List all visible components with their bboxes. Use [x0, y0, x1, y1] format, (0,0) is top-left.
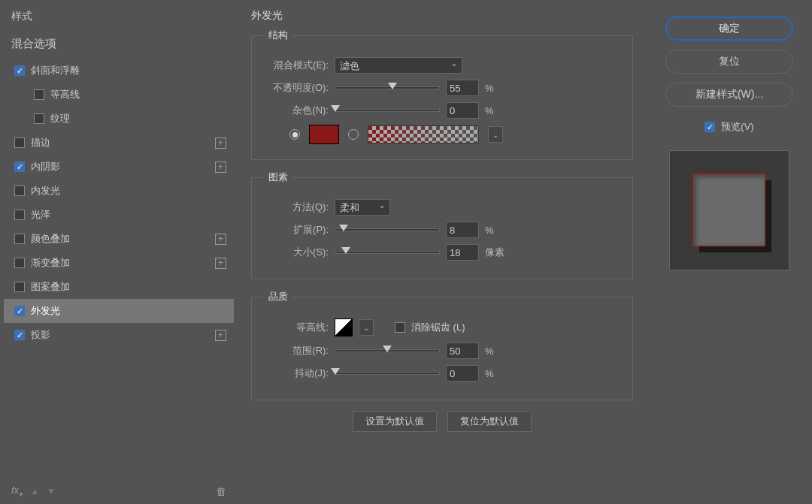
fx-item-3[interactable]: 描边+: [4, 131, 234, 155]
preview-inner: [693, 174, 765, 246]
contour-label: 等高线:: [264, 321, 329, 334]
fx-checkbox[interactable]: [14, 258, 25, 268]
antialias-label: 消除锯齿 (L): [411, 321, 465, 334]
jitter-unit: %: [485, 368, 508, 379]
color-radio[interactable]: [289, 129, 300, 140]
structure-group: 结构 混合模式(E): 滤色 不透明度(O): % 杂色(N): %: [251, 29, 633, 160]
fx-checkbox[interactable]: [14, 306, 25, 316]
add-effect-icon[interactable]: +: [215, 234, 226, 245]
fx-label-text: 斜面和浮雕: [31, 64, 80, 77]
fx-label-text: 投影: [31, 328, 50, 342]
move-up-icon[interactable]: ▲: [30, 486, 39, 496]
fx-label-text: 颜色叠加: [31, 232, 70, 246]
add-effect-icon[interactable]: +: [215, 330, 226, 341]
add-effect-icon[interactable]: +: [215, 258, 226, 269]
noise-label: 杂色(N):: [264, 104, 329, 117]
fx-item-1[interactable]: 等高线: [4, 83, 234, 107]
fx-item-4[interactable]: 内阴影+: [4, 155, 234, 179]
color-swatch[interactable]: [309, 125, 339, 144]
fx-label-text: 描边: [31, 136, 50, 149]
new-style-button[interactable]: 新建样式(W)...: [665, 83, 793, 107]
method-select[interactable]: 柔和: [335, 199, 390, 216]
antialias-checkbox[interactable]: [395, 322, 405, 333]
add-effect-icon[interactable]: +: [215, 137, 226, 149]
fx-item-6[interactable]: 光泽: [4, 203, 234, 227]
fx-menu-icon[interactable]: fx▾: [11, 484, 23, 498]
fx-checkbox[interactable]: [34, 89, 44, 100]
fx-item-2[interactable]: 纹理: [4, 107, 234, 131]
trash-icon[interactable]: 🗑: [216, 485, 226, 497]
fx-checkbox[interactable]: [14, 282, 25, 292]
elements-legend: 图素: [264, 171, 292, 184]
preview-label: 预览(V): [721, 120, 753, 134]
fx-label-text: 外发光: [31, 304, 60, 318]
spread-label: 扩展(P):: [264, 223, 329, 237]
fx-checkbox[interactable]: [14, 65, 25, 76]
fx-checkbox[interactable]: [14, 161, 25, 172]
jitter-label: 抖动(J):: [264, 367, 329, 380]
reset-default-button[interactable]: 复位为默认值: [447, 411, 532, 432]
blend-options[interactable]: 混合选项: [4, 29, 234, 59]
fx-label-text: 渐变叠加: [31, 256, 70, 270]
jitter-input[interactable]: [446, 365, 479, 382]
fx-checkbox[interactable]: [14, 186, 25, 196]
fx-item-7[interactable]: 颜色叠加+: [4, 227, 234, 251]
fx-label-text: 光泽: [31, 208, 50, 222]
set-default-button[interactable]: 设置为默认值: [353, 411, 437, 432]
blend-mode-select[interactable]: 滤色: [335, 57, 462, 74]
fx-item-5[interactable]: 内发光: [4, 179, 234, 203]
preview-checkbox[interactable]: [704, 122, 715, 132]
gradient-picker[interactable]: [368, 125, 479, 143]
spread-input[interactable]: [446, 222, 479, 238]
size-unit: 像素: [485, 246, 508, 259]
noise-unit: %: [485, 105, 508, 116]
fx-checkbox[interactable]: [14, 210, 25, 220]
quality-legend: 品质: [264, 290, 292, 303]
quality-group: 品质 等高线: ⌄ 消除锯齿 (L) 范围(R): % 抖动(J): %: [251, 290, 633, 400]
range-input[interactable]: [446, 343, 479, 359]
move-down-icon[interactable]: ▼: [47, 486, 56, 496]
noise-input[interactable]: [446, 102, 479, 119]
effect-title: 外发光: [251, 9, 633, 23]
structure-legend: 结构: [264, 29, 292, 42]
range-slider[interactable]: [335, 349, 440, 352]
opacity-input[interactable]: [446, 80, 479, 96]
contour-dropdown-icon[interactable]: ⌄: [359, 319, 374, 336]
fx-item-0[interactable]: 斜面和浮雕: [4, 59, 234, 83]
blend-mode-label: 混合模式(E):: [264, 59, 329, 72]
left-footer: fx▾ ▲ ▼ 🗑: [4, 478, 234, 504]
fx-checkbox[interactable]: [34, 113, 44, 124]
opacity-slider[interactable]: [335, 86, 440, 89]
range-label: 范围(R):: [264, 344, 329, 358]
noise-slider[interactable]: [335, 109, 440, 112]
spread-unit: %: [485, 225, 508, 236]
fx-label-text: 等高线: [50, 88, 80, 101]
fx-checkbox[interactable]: [14, 234, 25, 244]
fx-checkbox[interactable]: [14, 330, 25, 340]
fx-label-text: 内阴影: [31, 160, 60, 174]
gradient-radio[interactable]: [348, 129, 359, 140]
size-slider[interactable]: [335, 251, 440, 254]
opacity-label: 不透明度(O):: [264, 81, 329, 95]
fx-item-9[interactable]: 图案叠加: [4, 275, 234, 299]
add-effect-icon[interactable]: +: [215, 161, 226, 173]
opacity-unit: %: [485, 83, 508, 94]
fx-item-10[interactable]: 外发光: [4, 299, 234, 323]
styles-header: 样式: [4, 4, 234, 29]
fx-list: 斜面和浮雕等高线纹理描边+内阴影+内发光光泽颜色叠加+渐变叠加+图案叠加外发光投…: [4, 59, 234, 478]
fx-checkbox[interactable]: [14, 137, 25, 148]
gradient-dropdown-icon[interactable]: ⌄: [488, 126, 503, 143]
fx-label-text: 内发光: [31, 184, 60, 198]
fx-label-text: 图案叠加: [31, 280, 70, 294]
size-input[interactable]: [446, 244, 479, 261]
ok-button[interactable]: 确定: [665, 17, 793, 41]
spread-slider[interactable]: [335, 228, 440, 231]
range-unit: %: [485, 346, 508, 357]
fx-item-8[interactable]: 渐变叠加+: [4, 251, 234, 275]
fx-label-text: 纹理: [50, 112, 70, 125]
fx-item-11[interactable]: 投影+: [4, 323, 234, 347]
size-label: 大小(S):: [264, 246, 329, 259]
contour-picker[interactable]: [335, 318, 353, 337]
reset-button[interactable]: 复位: [665, 50, 793, 74]
jitter-slider[interactable]: [335, 372, 440, 375]
